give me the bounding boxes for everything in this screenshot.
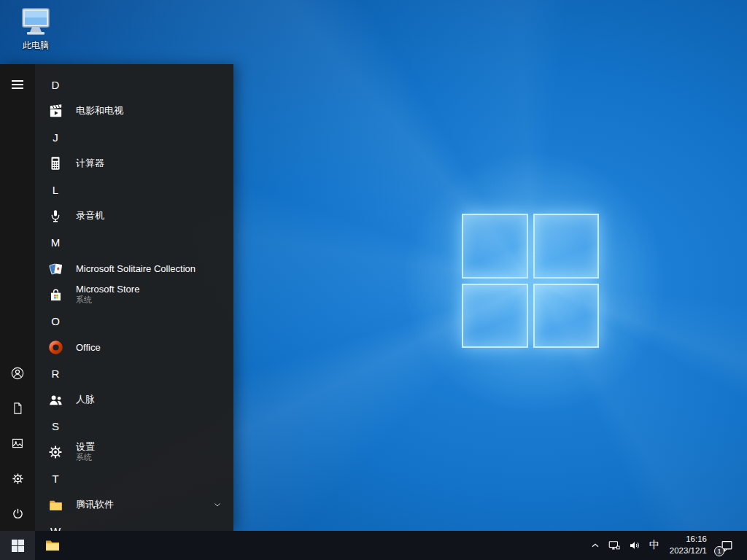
letter-label: M bbox=[42, 236, 69, 249]
hamburger-icon bbox=[12, 80, 23, 89]
power-icon bbox=[11, 507, 25, 521]
network-button[interactable] bbox=[604, 531, 624, 560]
letter-label: J bbox=[42, 131, 69, 144]
network-icon bbox=[608, 539, 621, 552]
start-letter-j[interactable]: J bbox=[35, 124, 233, 150]
app-group-tencent[interactable]: 腾讯软件 bbox=[35, 491, 233, 518]
windows-start-icon bbox=[12, 540, 24, 552]
wallpaper-logo-pane bbox=[462, 214, 528, 279]
app-people[interactable]: 人脉 bbox=[35, 386, 233, 413]
user-account-button[interactable] bbox=[0, 356, 35, 391]
app-microsoft-store[interactable]: Microsoft Store 系统 bbox=[35, 281, 233, 308]
start-app-list: D 电影和电视 J bbox=[35, 64, 233, 531]
system-tray: 中 16:16 2023/12/1 1 bbox=[587, 531, 747, 560]
this-pc-icon bbox=[18, 6, 53, 38]
app-settings[interactable]: 设置 系统 bbox=[35, 439, 233, 465]
start-letter-m[interactable]: M bbox=[35, 229, 233, 255]
app-label: Microsoft Solitaire Collection bbox=[76, 263, 196, 274]
file-explorer-button[interactable] bbox=[35, 531, 70, 560]
folder-icon bbox=[42, 497, 69, 513]
letter-label: L bbox=[42, 184, 69, 196]
start-letter-l[interactable]: L bbox=[35, 176, 233, 203]
desktop-icon-label: 此电脑 bbox=[23, 39, 49, 52]
start-hamburger-button[interactable] bbox=[0, 67, 35, 102]
taskbar: 中 16:16 2023/12/1 1 bbox=[0, 531, 747, 560]
solitaire-icon bbox=[42, 260, 69, 277]
ime-indicator[interactable]: 中 bbox=[645, 531, 664, 560]
notification-badge: 1 bbox=[714, 546, 724, 556]
action-center-button[interactable]: 1 bbox=[713, 531, 738, 560]
power-button[interactable] bbox=[0, 496, 35, 531]
start-letter-o[interactable]: O bbox=[35, 308, 233, 334]
store-icon bbox=[42, 287, 69, 303]
documents-button[interactable] bbox=[0, 391, 35, 426]
app-label: 计算器 bbox=[76, 157, 104, 170]
start-letter-s[interactable]: S bbox=[35, 413, 233, 439]
settings-gear-icon bbox=[42, 444, 69, 460]
start-menu-rail bbox=[0, 64, 35, 531]
start-button[interactable] bbox=[0, 531, 35, 560]
app-label: Office bbox=[76, 342, 101, 353]
letter-label: O bbox=[42, 315, 69, 327]
tray-chevron-up-icon bbox=[590, 540, 600, 551]
app-sublabel: 系统 bbox=[76, 295, 139, 305]
start-letter-d[interactable]: D bbox=[35, 71, 233, 98]
chevron-down-icon[interactable] bbox=[213, 500, 222, 509]
app-label: 电影和电视 bbox=[76, 104, 123, 117]
file-explorer-icon bbox=[44, 537, 61, 554]
tray-expand-button[interactable] bbox=[587, 531, 604, 560]
app-sublabel: 系统 bbox=[76, 453, 95, 462]
letter-label: T bbox=[42, 472, 69, 485]
wallpaper-logo-pane bbox=[533, 284, 600, 349]
letter-label: W bbox=[42, 525, 69, 532]
app-label: 腾讯软件 bbox=[76, 498, 114, 511]
people-icon bbox=[42, 392, 69, 408]
letter-label: R bbox=[42, 368, 69, 380]
account-icon bbox=[10, 366, 25, 381]
start-menu: D 电影和电视 J bbox=[0, 64, 233, 531]
calculator-icon bbox=[42, 155, 69, 171]
app-movies-tv[interactable]: 电影和电视 bbox=[35, 98, 233, 124]
letter-label: D bbox=[42, 79, 69, 91]
volume-icon bbox=[628, 539, 641, 552]
clock-date: 2023/12/1 bbox=[670, 545, 707, 557]
wallpaper-logo-pane bbox=[533, 214, 600, 279]
app-office[interactable]: Office bbox=[35, 334, 233, 360]
start-letter-w[interactable]: W bbox=[35, 518, 233, 531]
app-label: Microsoft Store bbox=[76, 284, 139, 295]
office-icon bbox=[42, 339, 69, 356]
start-letter-r[interactable]: R bbox=[35, 360, 233, 386]
settings-icon bbox=[11, 472, 25, 486]
app-label-group: Microsoft Store 系统 bbox=[76, 284, 139, 305]
pictures-button[interactable] bbox=[0, 426, 35, 461]
movies-tv-icon bbox=[42, 103, 69, 120]
start-letter-t[interactable]: T bbox=[35, 465, 233, 491]
letter-label: S bbox=[42, 420, 69, 432]
desktop-icon-this-pc[interactable]: 此电脑 bbox=[7, 6, 64, 52]
clock-time: 16:16 bbox=[670, 534, 707, 545]
rail-settings-button[interactable] bbox=[0, 461, 35, 496]
wallpaper-logo-pane bbox=[462, 284, 528, 349]
wallpaper-windows-logo bbox=[462, 214, 599, 348]
app-label: 设置 bbox=[76, 442, 95, 453]
app-calculator[interactable]: 计算器 bbox=[35, 150, 233, 176]
voice-recorder-icon bbox=[42, 208, 69, 224]
app-label: 人脉 bbox=[76, 393, 95, 406]
volume-button[interactable] bbox=[624, 531, 645, 560]
app-solitaire[interactable]: Microsoft Solitaire Collection bbox=[35, 255, 233, 281]
pictures-icon bbox=[11, 437, 24, 450]
app-label: 录音机 bbox=[76, 209, 104, 222]
app-label-group: 设置 系统 bbox=[76, 442, 95, 462]
rail-spacer bbox=[0, 102, 35, 356]
clock[interactable]: 16:16 2023/12/1 bbox=[664, 534, 713, 556]
documents-icon bbox=[11, 402, 24, 415]
app-voice-recorder[interactable]: 录音机 bbox=[35, 203, 233, 229]
